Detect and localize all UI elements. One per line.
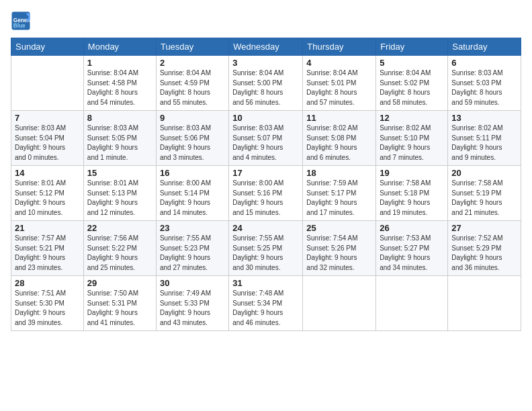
calendar-cell: 20Sunrise: 7:58 AMSunset: 5:19 PMDayligh… [448,166,521,221]
day-info: Sunrise: 7:58 AMSunset: 5:19 PMDaylight:… [451,179,517,218]
day-info: Sunrise: 7:58 AMSunset: 5:18 PMDaylight:… [380,179,444,218]
day-info: Sunrise: 8:03 AMSunset: 5:04 PMDaylight:… [15,124,80,163]
day-number: 28 [15,278,80,288]
calendar-cell [448,276,521,331]
logo-icon: General Blue [11,11,31,31]
calendar-cell: 5Sunrise: 8:04 AMSunset: 5:02 PMDaylight… [376,56,448,111]
calendar-cell: 1Sunrise: 8:04 AMSunset: 4:58 PMDaylight… [83,56,156,111]
calendar-cell: 23Sunrise: 7:55 AMSunset: 5:23 PMDayligh… [156,221,228,276]
page: General Blue SundayMondayTuesdayWednesda… [0,0,532,411]
calendar-cell: 9Sunrise: 8:03 AMSunset: 5:06 PMDaylight… [156,111,228,166]
calendar-cell: 2Sunrise: 8:04 AMSunset: 4:59 PMDaylight… [156,56,228,111]
day-number: 6 [451,58,517,68]
day-number: 13 [451,113,517,123]
calendar-cell: 13Sunrise: 8:02 AMSunset: 5:11 PMDayligh… [448,111,521,166]
day-info: Sunrise: 8:00 AMSunset: 5:16 PMDaylight:… [232,179,299,218]
day-number: 19 [380,168,444,178]
day-info: Sunrise: 8:02 AMSunset: 5:08 PMDaylight:… [306,124,372,163]
calendar-cell: 26Sunrise: 7:53 AMSunset: 5:27 PMDayligh… [376,221,448,276]
day-number: 3 [232,58,299,68]
day-number: 7 [15,113,80,123]
calendar-cell: 30Sunrise: 7:49 AMSunset: 5:33 PMDayligh… [156,276,228,331]
day-number: 24 [232,223,299,233]
day-info: Sunrise: 8:03 AMSunset: 5:06 PMDaylight:… [160,124,225,163]
calendar-cell: 31Sunrise: 7:48 AMSunset: 5:34 PMDayligh… [229,276,303,331]
day-info: Sunrise: 8:04 AMSunset: 5:01 PMDaylight:… [306,68,372,107]
day-number: 20 [451,168,517,178]
column-header-wednesday: Wednesday [229,38,303,56]
day-info: Sunrise: 7:56 AMSunset: 5:22 PMDaylight:… [87,234,152,273]
day-number: 10 [232,113,299,123]
logo: General Blue [11,11,34,31]
day-number: 2 [160,58,225,68]
column-header-friday: Friday [376,38,448,56]
calendar-cell [11,56,84,111]
day-number: 25 [306,223,372,233]
calendar-cell: 3Sunrise: 8:04 AMSunset: 5:00 PMDaylight… [229,56,303,111]
day-number: 8 [87,113,152,123]
day-number: 18 [306,168,372,178]
calendar-cell: 18Sunrise: 7:59 AMSunset: 5:17 PMDayligh… [303,166,376,221]
day-info: Sunrise: 8:01 AMSunset: 5:13 PMDaylight:… [87,179,152,218]
calendar-cell: 28Sunrise: 7:51 AMSunset: 5:30 PMDayligh… [11,276,84,331]
day-info: Sunrise: 8:04 AMSunset: 5:02 PMDaylight:… [380,68,444,107]
day-number: 22 [87,223,152,233]
day-info: Sunrise: 7:54 AMSunset: 5:26 PMDaylight:… [306,234,372,273]
header: General Blue [11,11,521,31]
day-number: 17 [232,168,299,178]
day-info: Sunrise: 8:03 AMSunset: 5:03 PMDaylight:… [451,68,517,107]
day-number: 21 [15,223,80,233]
calendar-cell: 12Sunrise: 8:02 AMSunset: 5:10 PMDayligh… [376,111,448,166]
calendar-cell: 10Sunrise: 8:03 AMSunset: 5:07 PMDayligh… [229,111,303,166]
calendar-cell: 8Sunrise: 8:03 AMSunset: 5:05 PMDaylight… [83,111,156,166]
calendar-header-row: SundayMondayTuesdayWednesdayThursdayFrid… [11,38,521,56]
day-info: Sunrise: 7:55 AMSunset: 5:23 PMDaylight:… [160,234,225,273]
day-number: 4 [306,58,372,68]
calendar-week-1: 1Sunrise: 8:04 AMSunset: 4:58 PMDaylight… [11,56,521,111]
day-info: Sunrise: 7:49 AMSunset: 5:33 PMDaylight:… [160,289,225,328]
day-info: Sunrise: 8:02 AMSunset: 5:11 PMDaylight:… [451,124,517,163]
calendar-cell [303,276,376,331]
column-header-monday: Monday [83,38,156,56]
day-number: 5 [380,58,444,68]
calendar-cell: 19Sunrise: 7:58 AMSunset: 5:18 PMDayligh… [376,166,448,221]
day-info: Sunrise: 7:52 AMSunset: 5:29 PMDaylight:… [451,234,517,273]
day-info: Sunrise: 8:03 AMSunset: 5:05 PMDaylight:… [87,124,152,163]
calendar-week-5: 28Sunrise: 7:51 AMSunset: 5:30 PMDayligh… [11,276,521,331]
calendar-cell: 17Sunrise: 8:00 AMSunset: 5:16 PMDayligh… [229,166,303,221]
day-info: Sunrise: 7:48 AMSunset: 5:34 PMDaylight:… [232,289,299,328]
calendar-week-3: 14Sunrise: 8:01 AMSunset: 5:12 PMDayligh… [11,166,521,221]
calendar-cell: 29Sunrise: 7:50 AMSunset: 5:31 PMDayligh… [83,276,156,331]
calendar-cell: 7Sunrise: 8:03 AMSunset: 5:04 PMDaylight… [11,111,84,166]
day-number: 14 [15,168,80,178]
column-header-sunday: Sunday [11,38,84,56]
day-number: 29 [87,278,152,288]
column-header-tuesday: Tuesday [156,38,228,56]
calendar-cell: 25Sunrise: 7:54 AMSunset: 5:26 PMDayligh… [303,221,376,276]
day-number: 30 [160,278,225,288]
day-info: Sunrise: 7:53 AMSunset: 5:27 PMDaylight:… [380,234,444,273]
calendar-week-2: 7Sunrise: 8:03 AMSunset: 5:04 PMDaylight… [11,111,521,166]
calendar-cell [376,276,448,331]
day-info: Sunrise: 8:03 AMSunset: 5:07 PMDaylight:… [232,124,299,163]
calendar-cell: 15Sunrise: 8:01 AMSunset: 5:13 PMDayligh… [83,166,156,221]
day-number: 15 [87,168,152,178]
calendar-cell: 21Sunrise: 7:57 AMSunset: 5:21 PMDayligh… [11,221,84,276]
calendar-cell: 14Sunrise: 8:01 AMSunset: 5:12 PMDayligh… [11,166,84,221]
day-number: 1 [87,58,152,68]
day-info: Sunrise: 8:02 AMSunset: 5:10 PMDaylight:… [380,124,444,163]
day-number: 23 [160,223,225,233]
day-info: Sunrise: 7:59 AMSunset: 5:17 PMDaylight:… [306,179,372,218]
calendar-week-4: 21Sunrise: 7:57 AMSunset: 5:21 PMDayligh… [11,221,521,276]
day-number: 31 [232,278,299,288]
day-number: 12 [380,113,444,123]
day-info: Sunrise: 8:00 AMSunset: 5:14 PMDaylight:… [160,179,225,218]
day-number: 11 [306,113,372,123]
day-info: Sunrise: 7:57 AMSunset: 5:21 PMDaylight:… [15,234,80,273]
calendar-cell: 24Sunrise: 7:55 AMSunset: 5:25 PMDayligh… [229,221,303,276]
day-info: Sunrise: 7:55 AMSunset: 5:25 PMDaylight:… [232,234,299,273]
svg-text:Blue: Blue [13,23,26,29]
calendar-cell: 16Sunrise: 8:00 AMSunset: 5:14 PMDayligh… [156,166,228,221]
day-number: 27 [451,223,517,233]
day-info: Sunrise: 8:04 AMSunset: 4:59 PMDaylight:… [160,68,225,107]
